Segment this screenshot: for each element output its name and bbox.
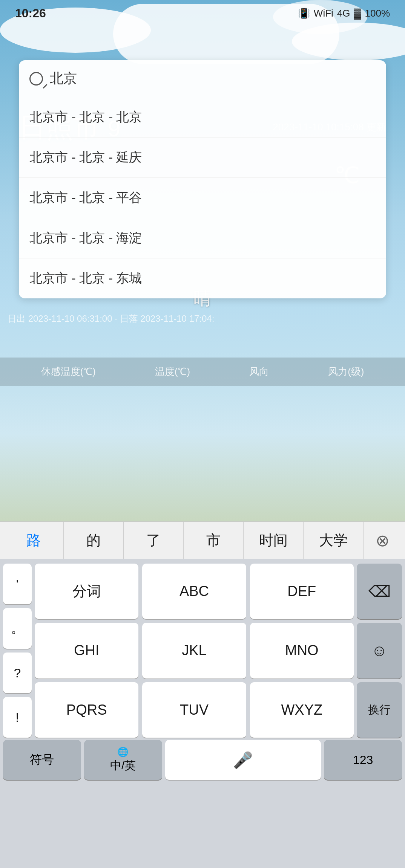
key-period[interactable]: 。 [3, 608, 32, 649]
search-icon [29, 72, 43, 86]
keyboard-main: ' 。 ? ! 分词 ABC DEF [0, 559, 405, 740]
status-bar: 10:26 📳 WiFi 4G ▓ 100% [0, 0, 405, 26]
key-apostrophe[interactable]: ' [3, 564, 32, 604]
left-punct-col: ' 。 ? ! [3, 564, 32, 738]
wind-dir-label: 风向 [249, 365, 269, 378]
status-time: 10:26 [15, 6, 46, 20]
wind-level-label: 风力(级) [328, 365, 364, 378]
key-pqrs[interactable]: PQRS [35, 682, 138, 738]
suggestion-item-5[interactable]: 大学 [304, 522, 364, 559]
suggestion-item-3[interactable]: 市 [184, 522, 244, 559]
key-microphone[interactable]: 🎤 [165, 740, 321, 780]
key-abc[interactable]: ABC [142, 564, 246, 619]
key-fenchi[interactable]: 分词 [35, 564, 138, 619]
center-grid: 分词 ABC DEF GHI JKL MNO [35, 564, 354, 738]
key-zhongying[interactable]: 🌐 中/英 [84, 740, 162, 780]
key-exclamation[interactable]: ! [3, 697, 32, 738]
key-ghi[interactable]: GHI [35, 623, 138, 678]
key-backspace[interactable]: ⌫ [357, 564, 402, 619]
key-row-3: PQRS TUV WXYZ [35, 682, 354, 738]
key-def[interactable]: DEF [250, 564, 354, 619]
key-tuv[interactable]: TUV [142, 682, 246, 738]
search-input-row[interactable]: 北京 [19, 60, 386, 97]
key-emoji[interactable]: ☺ [357, 623, 402, 678]
status-icons: 📳 WiFi 4G ▓ 100% [298, 8, 390, 19]
weather-sunrise: 日出 2023-11-10 06:31:00 · 日落 2023-11-10 1… [8, 313, 214, 325]
key-question[interactable]: ? [3, 653, 32, 693]
suggestion-item-0[interactable]: 路 [4, 522, 64, 559]
temp-label: 温度(℃) [155, 365, 190, 378]
search-result-4[interactable]: 北京市 - 北京 - 东城 [19, 258, 386, 298]
battery-percent: 100% [365, 8, 390, 19]
search-result-2[interactable]: 北京市 - 北京 - 平谷 [19, 178, 386, 218]
suggestion-delete-button[interactable]: ⊗ [364, 531, 401, 550]
key-wxyz[interactable]: WXYZ [250, 682, 354, 738]
key-mno[interactable]: MNO [250, 623, 354, 678]
weather-footer: 休感温度(℃) 温度(℃) 风向 风力(级) [0, 358, 405, 386]
key-huanhang[interactable]: 换行 [357, 682, 402, 738]
suggestion-item-4[interactable]: 时间 [244, 522, 304, 559]
key-fuhao[interactable]: 符号 [3, 740, 81, 780]
search-result-1[interactable]: 北京市 - 北京 - 延庆 [19, 138, 386, 178]
search-result-0[interactable]: 北京市 - 北京 - 北京 [19, 97, 386, 138]
search-result-3[interactable]: 北京市 - 北京 - 海淀 [19, 218, 386, 258]
key-jkl[interactable]: JKL [142, 623, 246, 678]
suggestions-bar: 路 的 了 市 时间 大学 ⊗ [0, 521, 405, 559]
vibrate-icon: 📳 [298, 8, 310, 19]
wifi-icon: WiFi [314, 8, 333, 19]
battery-icon: ▓ [354, 8, 361, 19]
keyboard-area: 路 的 了 市 时间 大学 ⊗ ' 。 [0, 521, 405, 868]
key-row-1: 分词 ABC DEF [35, 564, 354, 619]
search-input-value[interactable]: 北京 [50, 69, 77, 88]
keyboard-bottom-bar: 符号 🌐 中/英 🎤 123 [0, 740, 405, 784]
search-dropdown: 北京 北京市 - 北京 - 北京 北京市 - 北京 - 延庆 北京市 - 北京 … [19, 60, 386, 298]
key-123[interactable]: 123 [324, 740, 402, 780]
suggestion-item-1[interactable]: 的 [64, 522, 124, 559]
signal-icon: 4G [337, 8, 350, 19]
key-row-2: GHI JKL MNO [35, 623, 354, 678]
right-col: ⌫ ☺ 换行 [357, 564, 402, 738]
feel-temp-label: 休感温度(℃) [41, 365, 96, 378]
suggestion-item-2[interactable]: 了 [124, 522, 184, 559]
